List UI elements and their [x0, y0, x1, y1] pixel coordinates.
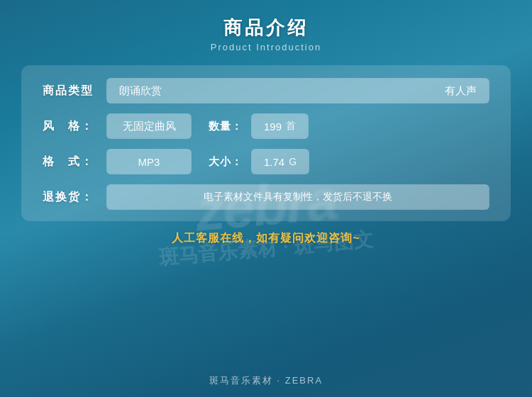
style-value-box: 无固定曲风	[106, 113, 192, 139]
quantity-label: 数量：	[209, 120, 243, 133]
type-label: 商品类型	[43, 84, 106, 99]
product-card: 商品类型 朗诵欣赏 有人声 风 格： 无固定曲风 数量： 199 首 格 式：	[21, 65, 511, 221]
row-style: 风 格： 无固定曲风 数量： 199 首	[43, 113, 489, 139]
format-value-box: MP3	[106, 149, 192, 174]
background: zebra 斑马音乐素材 · 斑马图文 商品介绍 Product Introdu…	[0, 0, 532, 397]
refund-value: 电子素材文件具有复制性，发货后不退不换	[204, 191, 392, 203]
quantity-value: 199	[264, 121, 282, 133]
size-unit: G	[289, 156, 297, 167]
row-format: 格 式： MP3 大小： 1.74 G	[43, 149, 489, 174]
type-value: 朗诵欣赏	[119, 84, 162, 98]
size-value: 1.74	[264, 156, 284, 168]
row-refund: 退换货： 电子素材文件具有复制性，发货后不退不换	[43, 184, 489, 210]
service-line: 人工客服在线，如有疑问欢迎咨询~	[172, 231, 360, 246]
quantity-unit: 首	[286, 120, 296, 133]
service-text: 人工客服在线，如有疑问欢迎咨询~	[172, 232, 360, 244]
format-value: MP3	[138, 156, 160, 168]
size-label: 大小：	[209, 155, 243, 169]
style-label: 风 格：	[43, 119, 106, 134]
format-label: 格 式：	[43, 155, 106, 169]
quantity-value-box: 199 首	[251, 113, 309, 139]
footer-text: 斑马音乐素材 · ZEBRA	[209, 375, 323, 386]
size-value-box: 1.74 G	[251, 149, 309, 174]
style-value: 无固定曲风	[123, 120, 176, 133]
title-cn: 商品介绍	[211, 16, 321, 40]
type-extra: 有人声	[445, 84, 477, 98]
refund-label: 退换货：	[43, 190, 106, 205]
row-type: 商品类型 朗诵欣赏 有人声	[43, 78, 489, 104]
header: 商品介绍 Product Introduction	[211, 0, 321, 60]
refund-value-box: 电子素材文件具有复制性，发货后不退不换	[106, 184, 489, 210]
footer: 斑马音乐素材 · ZEBRA	[0, 374, 532, 387]
type-value-box: 朗诵欣赏 有人声	[106, 78, 489, 104]
title-en: Product Introduction	[211, 42, 321, 52]
